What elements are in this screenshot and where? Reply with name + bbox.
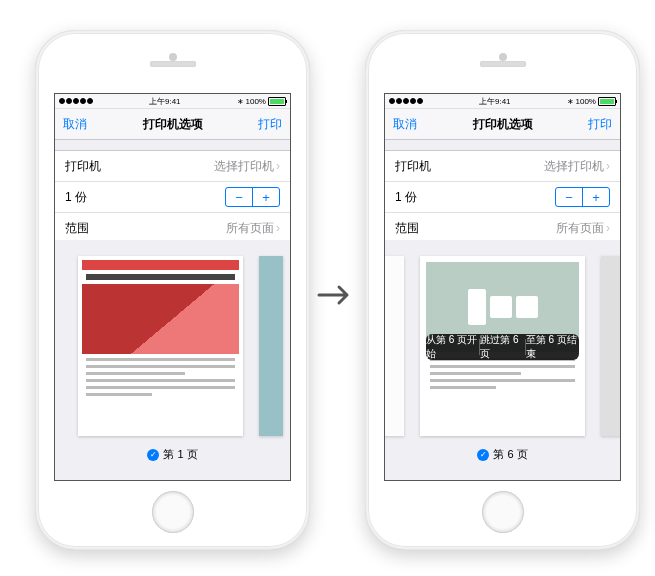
menu-skip-page[interactable]: 跳过第 6 页 bbox=[480, 333, 525, 361]
row-copies: 1 份 − + bbox=[55, 182, 290, 213]
row-copies-label: 1 份 bbox=[395, 189, 417, 206]
settings-list: 打印机 选择打印机 › 1 份 − + 范围 bbox=[385, 150, 620, 244]
print-button[interactable]: 打印 bbox=[588, 116, 612, 133]
battery-pct: 100% bbox=[246, 97, 266, 106]
battery-pct: 100% bbox=[576, 97, 596, 106]
status-time: 上午9:41 bbox=[479, 96, 511, 107]
phone-left: 上午9:41 ∗ 100% 取消 打印机选项 打印 打印机 bbox=[35, 30, 310, 550]
phone-right: 上午9:41 ∗ 100% 取消 打印机选项 打印 打印机 bbox=[365, 30, 640, 550]
page-preview[interactable] bbox=[78, 256, 243, 436]
row-printer[interactable]: 打印机 选择打印机 › bbox=[55, 151, 290, 182]
prev-page-peek[interactable] bbox=[385, 256, 404, 436]
battery-icon bbox=[268, 97, 286, 106]
row-range-value: 所有页面 bbox=[226, 220, 274, 237]
chevron-right-icon: › bbox=[276, 160, 280, 172]
page-indicator-text: 第 6 页 bbox=[493, 447, 527, 462]
battery-icon bbox=[598, 97, 616, 106]
home-button[interactable] bbox=[482, 491, 524, 533]
copies-stepper: − + bbox=[555, 187, 610, 207]
menu-end-at-page[interactable]: 至第 6 页结束 bbox=[526, 333, 579, 361]
signal-icon bbox=[59, 98, 93, 104]
checkmark-icon: ✓ bbox=[477, 449, 489, 461]
nav-title: 打印机选项 bbox=[143, 116, 203, 133]
row-copies-label: 1 份 bbox=[65, 189, 87, 206]
row-printer-value: 选择打印机 bbox=[544, 158, 604, 175]
checkmark-icon: ✓ bbox=[147, 449, 159, 461]
chevron-right-icon: › bbox=[606, 222, 610, 234]
cancel-button[interactable]: 取消 bbox=[393, 116, 417, 133]
page-indicator: ✓ 第 6 页 bbox=[385, 439, 620, 472]
front-camera bbox=[499, 53, 507, 61]
chevron-right-icon: › bbox=[606, 160, 610, 172]
home-button[interactable] bbox=[152, 491, 194, 533]
row-printer-value: 选择打印机 bbox=[214, 158, 274, 175]
row-copies: 1 份 − + bbox=[385, 182, 620, 213]
row-printer-label: 打印机 bbox=[65, 158, 101, 175]
page-indicator-text: 第 1 页 bbox=[163, 447, 197, 462]
row-printer-label: 打印机 bbox=[395, 158, 431, 175]
bluetooth-icon: ∗ bbox=[237, 97, 244, 106]
row-range-label: 范围 bbox=[395, 220, 419, 237]
signal-icon bbox=[389, 98, 423, 104]
nav-bar: 取消 打印机选项 打印 bbox=[385, 109, 620, 140]
page-context-menu: 从第 6 页开始 跳过第 6 页 至第 6 页结束 bbox=[426, 334, 579, 360]
nav-bar: 取消 打印机选项 打印 bbox=[55, 109, 290, 140]
speaker bbox=[150, 61, 196, 67]
status-time: 上午9:41 bbox=[149, 96, 181, 107]
speaker bbox=[480, 61, 526, 67]
cancel-button[interactable]: 取消 bbox=[63, 116, 87, 133]
page-preview[interactable]: 从第 6 页开始 跳过第 6 页 至第 6 页结束 bbox=[420, 256, 585, 436]
chevron-right-icon: › bbox=[276, 222, 280, 234]
copies-minus-button[interactable]: − bbox=[226, 188, 253, 206]
next-page-peek[interactable] bbox=[601, 256, 620, 436]
page-indicator: ✓ 第 1 页 bbox=[55, 439, 290, 472]
screen-right: 上午9:41 ∗ 100% 取消 打印机选项 打印 打印机 bbox=[384, 93, 621, 481]
menu-start-from-page[interactable]: 从第 6 页开始 bbox=[426, 333, 479, 361]
copies-minus-button[interactable]: − bbox=[556, 188, 583, 206]
print-button[interactable]: 打印 bbox=[258, 116, 282, 133]
nav-title: 打印机选项 bbox=[473, 116, 533, 133]
status-bar: 上午9:41 ∗ 100% bbox=[385, 94, 620, 109]
status-bar: 上午9:41 ∗ 100% bbox=[55, 94, 290, 109]
bluetooth-icon: ∗ bbox=[567, 97, 574, 106]
row-range[interactable]: 范围 所有页面 › bbox=[385, 213, 620, 243]
arrow-right-icon bbox=[317, 283, 357, 307]
settings-list: 打印机 选择打印机 › 1 份 − + 范围 bbox=[55, 150, 290, 244]
row-range[interactable]: 范围 所有页面 › bbox=[55, 213, 290, 243]
next-page-peek[interactable] bbox=[259, 256, 283, 436]
screen-left: 上午9:41 ∗ 100% 取消 打印机选项 打印 打印机 bbox=[54, 93, 291, 481]
row-range-value: 所有页面 bbox=[556, 220, 604, 237]
copies-plus-button[interactable]: + bbox=[583, 188, 609, 206]
copies-plus-button[interactable]: + bbox=[253, 188, 279, 206]
row-printer[interactable]: 打印机 选择打印机 › bbox=[385, 151, 620, 182]
copies-stepper: − + bbox=[225, 187, 280, 207]
row-range-label: 范围 bbox=[65, 220, 89, 237]
front-camera bbox=[169, 53, 177, 61]
